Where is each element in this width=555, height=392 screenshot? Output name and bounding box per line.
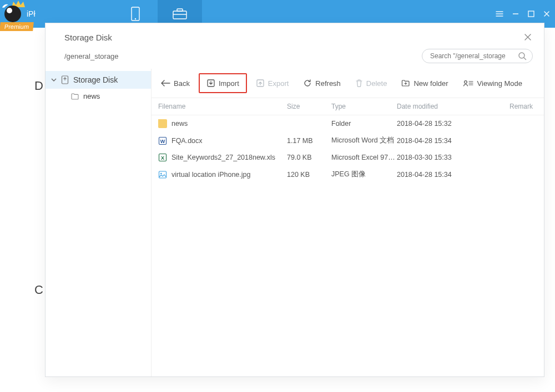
svg-point-1 [134,18,135,19]
svg-rect-6 [528,11,534,17]
refresh-label: Refresh [315,79,341,88]
cell-size: 79.0 KB [287,154,331,161]
svg-rect-3 [177,9,183,11]
bg-text-d: D [34,79,43,93]
cell-type: JPEG 图像 [331,170,397,179]
menu-icon[interactable] [495,9,504,18]
svg-rect-18 [159,171,167,178]
minimize-button[interactable] [512,10,519,18]
user-list-icon [463,79,474,87]
phone-icon [130,6,141,22]
image-file-icon [158,170,167,179]
svg-line-8 [524,58,526,60]
cell-date: 2018-04-28 15:34 [397,137,467,145]
new-folder-icon [401,79,410,87]
modal-close-button[interactable] [523,32,533,42]
delete-label: Delete [366,79,387,88]
maximize-button[interactable] [527,10,535,18]
cell-date: 2018-03-30 15:33 [397,154,467,161]
viewing-mode-button[interactable]: Viewing Mode [457,76,528,91]
toolbar: Back Import Export Refresh [152,69,544,98]
cell-filename: FQA.docx [171,137,203,145]
close-icon [523,32,533,42]
cell-size: 1.17 MB [287,137,331,145]
table-row[interactable]: news Folder 2018-04-28 15:32 [152,115,544,132]
export-icon [256,79,265,88]
tree-child-label: news [83,92,100,100]
cell-filename: virtual location iPhone.jpg [171,171,250,179]
tree-root-label: Storage Disk [73,75,118,84]
col-remark[interactable]: Remark [467,103,537,110]
folder-icon [158,119,167,128]
table-body: news Folder 2018-04-28 15:32 W FQA.docx … [152,115,544,376]
excel-file-icon: X [158,153,167,162]
svg-point-13 [464,81,467,84]
folder-icon [71,93,79,100]
cell-type: Microsoft Excel 97-20 [331,154,397,161]
search-icon [518,52,527,60]
toolbox-icon [172,8,188,20]
col-type[interactable]: Type [331,103,397,110]
cell-date: 2018-04-28 15:34 [397,171,467,179]
table-row[interactable]: W FQA.docx 1.17 MB Microsoft Word 文档 201… [152,132,544,149]
premium-badge: Premium [0,22,34,31]
col-size[interactable]: Size [287,103,331,110]
back-button[interactable]: Back [155,76,195,91]
import-icon [206,79,215,88]
col-filename[interactable]: Filename [158,103,287,110]
storage-disk-modal: Storage Disk /general_storage Storage Di… [45,23,544,377]
brand: iPł [4,6,36,22]
table-header: Filename Size Type Date modified Remark [152,98,544,115]
search-box[interactable] [422,49,533,63]
svg-text:W: W [160,138,165,144]
svg-rect-2 [173,11,186,19]
col-date[interactable]: Date modified [397,103,467,110]
tree-child-news[interactable]: news [46,89,151,104]
storage-icon [61,75,69,84]
new-folder-button[interactable]: New folder [396,76,453,91]
search-input[interactable] [430,52,518,60]
cell-size: 120 KB [287,171,331,179]
arrow-left-icon [160,80,170,86]
cell-type: Microsoft Word 文档 [331,136,397,145]
modal-title: Storage Disk [64,33,112,42]
breadcrumb[interactable]: /general_storage [64,52,119,60]
cell-filename: Site_Keywords2_27_2018new.xls [171,154,275,161]
bg-text-c: C [34,283,43,297]
table-row[interactable]: X Site_Keywords2_27_2018new.xls 79.0 KB … [152,149,544,166]
svg-point-19 [160,172,162,174]
cell-date: 2018-04-28 15:32 [397,120,467,128]
viewing-mode-label: Viewing Mode [477,79,522,88]
import-label: Import [219,79,239,88]
tree-root-storage-disk[interactable]: Storage Disk [46,71,151,89]
chevron-down-icon [51,77,57,83]
back-label: Back [174,79,190,88]
window-close-button[interactable] [543,10,551,18]
refresh-button[interactable]: Refresh [297,75,346,91]
table-row[interactable]: virtual location iPhone.jpg 120 KB JPEG … [152,166,544,183]
import-highlight: Import [199,73,247,93]
content-area: Back Import Export Refresh [151,69,544,376]
export-button[interactable]: Export [250,75,295,91]
svg-text:X: X [161,155,164,161]
export-label: Export [268,79,289,88]
brand-label: iPł [27,9,36,18]
svg-point-7 [519,53,524,58]
refresh-icon [303,79,312,88]
logo-icon [4,6,21,22]
trash-icon [355,79,363,88]
word-file-icon: W [158,136,167,145]
sidebar: Storage Disk news [46,69,151,376]
cell-filename: news [171,120,188,128]
new-folder-label: New folder [413,79,448,88]
import-button[interactable]: Import [201,75,245,91]
cell-type: Folder [331,120,397,128]
delete-button[interactable]: Delete [350,75,393,91]
